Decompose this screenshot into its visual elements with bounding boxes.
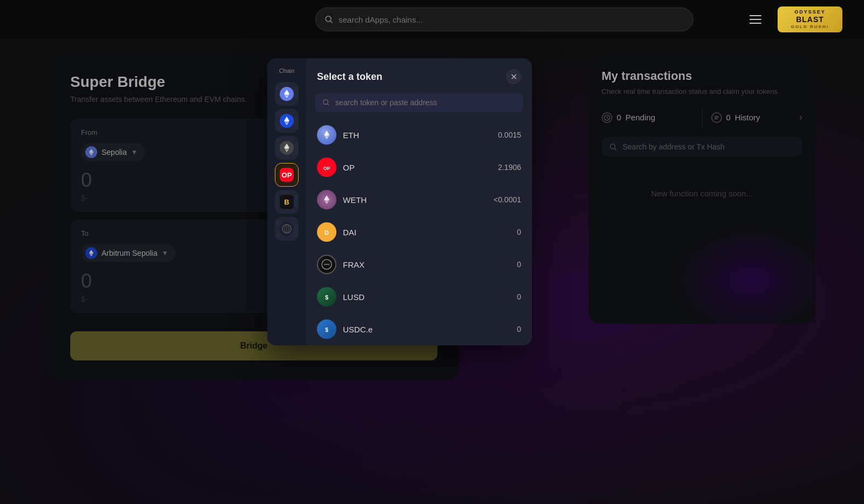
chain-btn-eth1[interactable] <box>275 82 299 106</box>
svg-line-8 <box>607 118 608 119</box>
chain-btn-op[interactable]: OP <box>275 163 299 187</box>
svg-marker-37 <box>324 195 329 201</box>
svg-text:D: D <box>325 229 329 236</box>
svg-text:OP: OP <box>323 166 330 171</box>
tx-stats-divider <box>702 107 703 127</box>
pending-icon <box>602 112 612 123</box>
token-name-weth: WETH <box>343 195 494 205</box>
to-chain-selector[interactable]: Arbitrum Sepolia ▼ <box>81 244 176 262</box>
chain-btn-arb[interactable] <box>275 109 299 133</box>
eth-chain-icon-2 <box>280 141 294 155</box>
pending-label: Pending <box>625 113 655 122</box>
token-name-dai: DAI <box>343 228 517 237</box>
pending-count: 0 <box>617 113 621 122</box>
token-balance-frax: 0 <box>517 260 521 269</box>
to-chain-icon <box>85 247 97 259</box>
svg-rect-9 <box>714 116 719 117</box>
to-chain-name: Arbitrum Sepolia <box>102 249 158 257</box>
clock-icon <box>604 114 610 121</box>
svg-text:B: B <box>284 198 289 206</box>
token-select-modal: Chain <box>267 58 532 345</box>
token-icon-op: OP <box>317 158 336 177</box>
arb-icon <box>87 249 95 257</box>
tx-arrow: › <box>799 112 802 123</box>
to-chain-chevron: ▼ <box>162 249 168 257</box>
token-search-icon <box>322 99 330 106</box>
from-chain-chevron: ▼ <box>131 148 138 156</box>
token-search-input[interactable] <box>335 98 516 107</box>
hamburger-menu[interactable] <box>750 10 769 29</box>
token-item-eth[interactable]: ETH 0.0015 <box>306 119 532 151</box>
transactions-panel: My transactions Check real time transact… <box>589 54 815 324</box>
svg-text:$: $ <box>325 294 328 301</box>
history-count: 0 <box>726 113 731 122</box>
token-balance-op: 2.1906 <box>498 163 521 172</box>
token-name-lusd: LUSD <box>343 292 517 302</box>
tx-glow <box>675 227 815 324</box>
usdc-token-svg: $ <box>321 324 332 335</box>
arb-chain-icon <box>280 114 294 128</box>
svg-marker-33 <box>324 131 329 137</box>
token-item-weth[interactable]: WETH <0.0001 <box>306 183 532 216</box>
tx-title: My transactions <box>602 69 802 83</box>
history-label: History <box>735 113 760 122</box>
token-panel: Select a token ✕ ETH 0.0015 <box>306 58 532 345</box>
token-name-frax: FRAX <box>343 260 517 269</box>
op-token-svg: OP <box>321 161 333 173</box>
svg-marker-4 <box>89 250 93 254</box>
nav-right: ODYSSEY BLAST GOLD RUSH! <box>750 6 842 32</box>
lusd-token-svg: $ <box>321 291 332 302</box>
weth-token-svg <box>321 194 332 205</box>
svg-line-32 <box>328 104 329 106</box>
token-item-lusd[interactable]: $ LUSD 0 <box>306 281 532 313</box>
from-chain-selector[interactable]: Sepolia ▼ <box>81 143 145 161</box>
tx-subtitle: Check real time transaction status and c… <box>602 87 802 96</box>
token-icon-eth <box>317 125 336 145</box>
token-item-frax[interactable]: FRAX 0 <box>306 248 532 281</box>
token-balance-dai: 0 <box>517 228 521 236</box>
token-icon-usdc: $ <box>317 319 336 339</box>
token-panel-header: Select a token ✕ <box>306 69 532 93</box>
token-panel-title: Select a token <box>317 71 382 83</box>
eth-chain-icon-1 <box>280 87 294 101</box>
token-list: ETH 0.0015 OP OP 2.1906 <box>306 119 532 345</box>
token-item-dai[interactable]: D DAI 0 <box>306 216 532 248</box>
chain-btn-blast[interactable]: B <box>275 190 299 214</box>
svg-line-13 <box>615 148 616 150</box>
modal-close-button[interactable]: ✕ <box>506 69 521 84</box>
svg-marker-2 <box>89 149 93 153</box>
history-icon <box>711 112 722 123</box>
token-icon-lusd: $ <box>317 287 336 307</box>
eth-token-svg <box>321 130 332 140</box>
tx-stats-row: 0 Pending 0 History › <box>602 107 802 127</box>
chain-btn-eth2[interactable] <box>275 136 299 160</box>
token-item-usdc[interactable]: $ USDC.e 0 <box>306 313 532 345</box>
search-icon-tx <box>609 143 617 151</box>
svg-line-1 <box>330 21 332 23</box>
token-name-eth: ETH <box>343 131 498 140</box>
coming-soon-text: New function coming soon... <box>602 189 802 198</box>
tx-search-input[interactable] <box>623 142 795 151</box>
token-icon-frax <box>317 255 336 274</box>
global-search-bar[interactable] <box>315 8 693 31</box>
eth-icon <box>87 148 95 156</box>
token-icon-weth <box>317 190 336 209</box>
frax-token-svg <box>321 258 333 270</box>
global-search-input[interactable] <box>339 15 684 24</box>
chain-sidebar-label: Chain <box>275 67 299 74</box>
top-nav: ODYSSEY BLAST GOLD RUSH! <box>0 0 864 39</box>
odyssey-logo: ODYSSEY BLAST GOLD RUSH! <box>778 6 842 32</box>
token-item-op[interactable]: OP OP 2.1906 <box>306 151 532 183</box>
token-name-usdc: USDC.e <box>343 325 517 334</box>
token-search-bar[interactable] <box>315 93 523 112</box>
svg-rect-10 <box>714 117 719 118</box>
tx-history-stat[interactable]: 0 History › <box>711 107 803 127</box>
token-icon-dai: D <box>317 222 336 242</box>
other-chain-icon <box>280 222 294 236</box>
tx-search-bar[interactable] <box>602 137 802 156</box>
chain-btn-other[interactable] <box>275 217 299 241</box>
svg-text:OP: OP <box>282 171 292 179</box>
token-name-op: OP <box>343 163 498 172</box>
tx-pending-stat[interactable]: 0 Pending <box>602 107 693 127</box>
from-chain-name: Sepolia <box>102 148 127 156</box>
